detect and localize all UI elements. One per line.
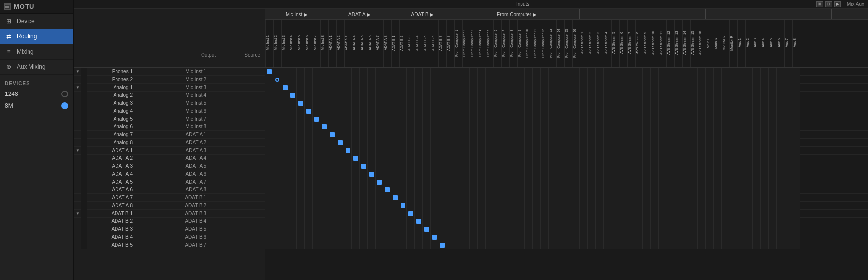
grid-cell[interactable]	[619, 225, 627, 233]
grid-cell[interactable]	[454, 194, 462, 202]
grid-cell[interactable]	[297, 210, 305, 218]
grid-cell[interactable]	[525, 162, 533, 170]
grid-cell[interactable]	[549, 131, 556, 139]
grid-cell[interactable]	[305, 225, 313, 233]
grid-cell[interactable]	[549, 107, 556, 115]
grid-cell[interactable]	[517, 99, 525, 107]
grid-cell[interactable]	[399, 107, 407, 115]
grid-cell[interactable]	[376, 202, 383, 210]
grid-cell[interactable]	[368, 107, 376, 115]
grid-cell[interactable]	[438, 139, 446, 147]
grid-cell[interactable]	[454, 170, 462, 178]
grid-cell[interactable]	[580, 178, 588, 186]
grid-cell[interactable]	[376, 162, 383, 170]
grid-cell[interactable]	[265, 131, 273, 139]
grid-cell[interactable]	[376, 99, 383, 107]
grid-cell[interactable]	[533, 162, 541, 170]
grid-cell[interactable]	[792, 131, 800, 139]
grid-cell[interactable]	[784, 131, 792, 139]
grid-cell[interactable]	[509, 139, 517, 147]
grid-cell[interactable]	[431, 92, 438, 99]
grid-cell[interactable]	[533, 115, 541, 123]
grid-cell[interactable]	[572, 241, 580, 249]
grid-cell[interactable]	[486, 131, 493, 139]
grid-cell[interactable]	[698, 202, 706, 210]
grid-cell[interactable]	[722, 170, 729, 178]
grid-cell[interactable]	[368, 241, 376, 249]
grid-cell[interactable]	[431, 233, 438, 241]
grid-cell[interactable]	[627, 241, 635, 249]
row-collapse-btn[interactable]	[75, 140, 81, 146]
grid-cell[interactable]	[352, 186, 360, 194]
grid-cell[interactable]	[383, 225, 391, 233]
grid-cell[interactable]	[643, 107, 651, 115]
grid-cell[interactable]	[289, 218, 297, 225]
grid-cell[interactable]	[462, 194, 470, 202]
grid-cell[interactable]	[368, 210, 376, 218]
grid-cell[interactable]	[493, 92, 501, 99]
grid-cell[interactable]	[761, 210, 769, 218]
grid-cell[interactable]	[659, 210, 666, 218]
grid-cell[interactable]	[525, 186, 533, 194]
grid-cell[interactable]	[454, 178, 462, 186]
grid-cell[interactable]	[784, 147, 792, 155]
grid-cell[interactable]	[792, 241, 800, 249]
grid-cell[interactable]	[698, 123, 706, 131]
grid-cell[interactable]	[407, 107, 415, 115]
grid-cell[interactable]	[753, 233, 761, 241]
grid-cell[interactable]	[682, 147, 690, 155]
grid-cell[interactable]	[682, 99, 690, 107]
grid-cell[interactable]	[635, 194, 643, 202]
grid-cell[interactable]	[792, 155, 800, 162]
grid-btn-2[interactable]: ⊟	[825, 1, 832, 7]
grid-cell[interactable]	[627, 155, 635, 162]
grid-cell[interactable]	[462, 131, 470, 139]
grid-cell[interactable]	[596, 123, 604, 131]
grid-cell[interactable]	[509, 241, 517, 249]
grid-cell[interactable]	[596, 218, 604, 225]
grid-cell[interactable]	[659, 194, 666, 202]
grid-cell[interactable]	[289, 92, 297, 99]
grid-cell[interactable]	[486, 194, 493, 202]
grid-cell[interactable]	[784, 107, 792, 115]
grid-cell[interactable]	[690, 155, 698, 162]
grid-cell[interactable]	[611, 162, 619, 170]
grid-cell[interactable]	[431, 107, 438, 115]
grid-cell[interactable]	[281, 99, 289, 107]
grid-cell[interactable]	[722, 131, 729, 139]
grid-cell[interactable]	[462, 107, 470, 115]
grid-cell[interactable]	[383, 139, 391, 147]
grid-cell[interactable]	[470, 233, 478, 241]
grid-cell[interactable]	[376, 92, 383, 99]
grid-cell[interactable]	[446, 68, 454, 76]
grid-cell[interactable]	[611, 178, 619, 186]
grid-cell[interactable]	[769, 162, 777, 170]
grid-cell[interactable]	[596, 92, 604, 99]
grid-cell[interactable]	[556, 131, 564, 139]
grid-cell[interactable]	[619, 194, 627, 202]
grid-cell[interactable]	[415, 84, 423, 92]
grid-cell[interactable]	[706, 241, 714, 249]
grid-cell[interactable]	[643, 225, 651, 233]
grid-cell[interactable]	[792, 225, 800, 233]
grid-cell[interactable]	[273, 186, 281, 194]
grid-cell[interactable]	[588, 225, 596, 233]
grid-cell[interactable]	[336, 202, 344, 210]
grid-cell[interactable]	[470, 115, 478, 123]
grid-cell[interactable]	[525, 139, 533, 147]
grid-cell[interactable]	[722, 99, 729, 107]
grid-cell[interactable]	[265, 225, 273, 233]
grid-cell[interactable]	[517, 68, 525, 76]
grid-cell[interactable]	[305, 76, 313, 84]
grid-cell[interactable]	[549, 139, 556, 147]
grid-cell[interactable]	[729, 225, 737, 233]
grid-cell[interactable]	[556, 115, 564, 123]
grid-cell[interactable]	[604, 194, 611, 202]
grid-cell[interactable]	[273, 225, 281, 233]
grid-cell[interactable]	[604, 123, 611, 131]
grid-cell[interactable]	[352, 241, 360, 249]
grid-cell[interactable]	[407, 155, 415, 162]
grid-cell[interactable]	[659, 123, 666, 131]
grid-cell[interactable]	[431, 76, 438, 84]
grid-cell[interactable]	[777, 170, 784, 178]
